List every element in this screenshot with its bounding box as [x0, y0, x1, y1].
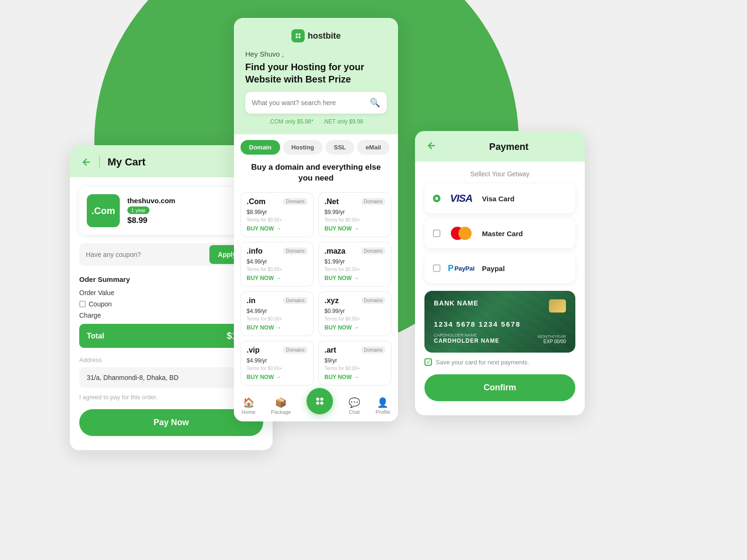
header-divider: [99, 156, 100, 169]
gateway-mastercard[interactable]: Master Card: [424, 218, 575, 248]
visa-radio[interactable]: [433, 195, 440, 202]
svg-point-5: [320, 397, 324, 401]
save-card-text: Save your card for next payments.: [436, 359, 529, 366]
card-number: 1234 5678 1234 5678: [434, 320, 566, 328]
domain-item-maza: .maza Domains $1.99/yr Terms for $0.00+ …: [318, 242, 391, 287]
order-value-label: Order Value: [79, 289, 114, 296]
domain-item-net: .Net Domains $9.99/yr Terms for $0.00+ B…: [318, 192, 391, 237]
nav-center-button[interactable]: [307, 388, 333, 414]
tab-ssl[interactable]: SSL: [325, 140, 354, 155]
tab-domain[interactable]: Domain: [241, 140, 280, 155]
search-button[interactable]: 🔍: [370, 98, 380, 108]
buy-now-xyz[interactable]: BUY NOW →: [324, 324, 385, 331]
domain-item-in: .in Domains $4.99/yr Terms for $0.00+ BU…: [241, 291, 314, 336]
domain-note-art: Terms for $0.00+: [324, 366, 385, 371]
cart-title: My Cart: [108, 156, 146, 168]
payment-back-button[interactable]: [426, 140, 437, 153]
nav-home[interactable]: 🏠 Home: [241, 397, 255, 415]
domain-note-maza: Terms for $0.00+: [324, 267, 385, 272]
domain-ext-vip: .vip: [247, 346, 260, 354]
domain-badge-com: Domains: [283, 198, 307, 205]
domain-price-art: $9/yr: [324, 357, 385, 364]
svg-point-6: [316, 402, 319, 405]
search-input[interactable]: [252, 99, 370, 107]
buy-now-com[interactable]: BUY NOW →: [247, 225, 307, 232]
coupon-input[interactable]: [79, 244, 208, 265]
gateway-paypal[interactable]: PPayPal Paypal: [424, 253, 575, 283]
charge-label: Charge: [79, 312, 101, 319]
paypal-logo: PPayPal: [447, 260, 475, 277]
domain-price-com: $8.99/yr: [247, 209, 307, 215]
buy-now-net[interactable]: BUY NOW →: [324, 225, 385, 232]
domain-badge-in: Domains: [283, 297, 307, 304]
card-month-year-label: MONTH/YEAR: [538, 334, 566, 339]
card-bank-name: BANK NAME: [434, 299, 479, 307]
domain-price-info: $4.99/yr: [247, 258, 307, 265]
domain-item-info: .info Domains $4.99/yr Terms for $0.00+ …: [241, 242, 314, 287]
tld-hint-com: .COM only $5.98*: [269, 118, 314, 125]
tab-hosting[interactable]: Hosting: [283, 140, 323, 155]
buy-now-art[interactable]: BUY NOW →: [324, 374, 385, 380]
coupon-checkbox[interactable]: [79, 301, 86, 307]
svg-point-3: [298, 36, 300, 39]
logo-text: hostbite: [308, 31, 341, 41]
cart-item-info: theshuvo.com 1 year $8.99: [127, 197, 175, 225]
tab-email[interactable]: eMail: [357, 140, 390, 155]
nav-profile[interactable]: 👤 Profile: [375, 397, 390, 415]
gateway-visa[interactable]: VISA Visa Card: [424, 183, 575, 214]
tld-hints: .COM only $5.98* .NET only $9.98: [245, 118, 387, 125]
svg-point-1: [298, 33, 300, 36]
domain-item-xyz: .xyz Domains $0.99/yr Terms for $0.00+ B…: [318, 291, 391, 336]
svg-point-4: [316, 397, 319, 401]
domain-note-in: Terms for $0.00+: [247, 316, 307, 321]
buy-now-maza[interactable]: BUY NOW →: [324, 275, 385, 281]
package-icon: 📦: [275, 397, 287, 408]
domains-grid: .Com Domains $8.99/yr Terms for $0.00+ B…: [234, 189, 398, 392]
cart-item-price: $8.99: [127, 216, 175, 225]
domain-ext-art: .art: [324, 346, 336, 354]
domain-ext-com: .Com: [247, 198, 266, 206]
domain-badge-xyz: Domains: [361, 297, 385, 304]
card-expiry: EXP 00/00: [538, 339, 566, 344]
hostbite-tabs: Domain Hosting SSL eMail: [234, 134, 398, 155]
domain-price-maza: $1.99/yr: [324, 258, 385, 265]
visa-name: Visa Card: [482, 195, 515, 203]
cart-back-button[interactable]: [81, 157, 91, 167]
domain-price-xyz: $0.99/yr: [324, 308, 385, 314]
domain-item-com: .Com Domains $8.99/yr Terms for $0.00+ B…: [241, 192, 314, 237]
nav-home-label: Home: [241, 409, 255, 415]
domain-note-com: Terms for $0.00+: [247, 217, 307, 222]
buy-now-in[interactable]: BUY NOW →: [247, 324, 307, 331]
card-chip: [549, 299, 566, 313]
domain-price-net: $9.99/yr: [324, 209, 385, 215]
hostbite-header: hostbite Hey Shuvo , Find your Hosting f…: [234, 18, 398, 134]
buy-now-info[interactable]: BUY NOW →: [247, 275, 307, 281]
greeting-text: Hey Shuvo ,: [245, 50, 387, 58]
buy-now-vip[interactable]: BUY NOW →: [247, 374, 307, 380]
domain-ext-net: .Net: [324, 198, 339, 206]
headline-text: Find your Hosting for your Website with …: [245, 61, 387, 85]
nav-package[interactable]: 📦 Package: [271, 397, 291, 415]
mastercard-logo: [447, 225, 475, 242]
svg-point-7: [320, 402, 324, 405]
domain-note-xyz: Terms for $0.00+: [324, 316, 385, 321]
card-bottom-row: CARDHOLDER NAME CARDHOLDER NAME MONTH/YE…: [434, 333, 566, 344]
chat-icon: 💬: [349, 397, 360, 408]
domain-price-vip: $4.99/yr: [247, 357, 307, 364]
nav-chat[interactable]: 💬 Chat: [349, 397, 360, 415]
card-holder-label: CARDHOLDER NAME: [434, 333, 499, 338]
cart-item-domain: theshuvo.com: [127, 197, 175, 205]
domain-badge-art: Domains: [361, 346, 385, 354]
card-holder-name: CARDHOLDER NAME: [434, 338, 499, 344]
domain-badge-info: Domains: [283, 247, 307, 255]
domain-ext-xyz: .xyz: [324, 296, 339, 305]
domain-ext-info: .info: [247, 247, 263, 255]
mastercard-checkbox[interactable]: [433, 230, 440, 237]
payment-card: Payment Sellect Your Getway VISA Visa Ca…: [415, 131, 585, 415]
domain-ext-maza: .maza: [324, 247, 345, 255]
com-badge: .Com: [87, 194, 120, 227]
svg-point-0: [295, 33, 298, 36]
confirm-button[interactable]: Confirm: [424, 374, 575, 401]
save-card-checkbox[interactable]: [424, 358, 432, 366]
paypal-checkbox[interactable]: [433, 264, 440, 272]
